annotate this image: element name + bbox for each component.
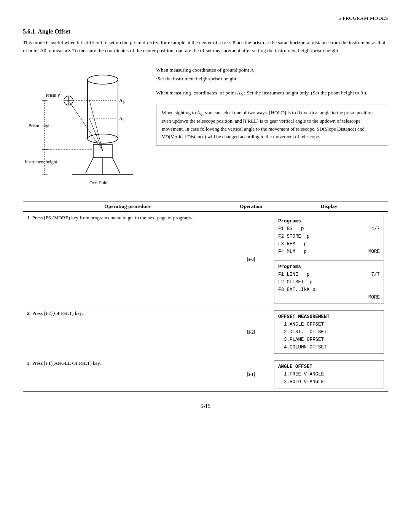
- operation-cell-1: [F6]: [232, 211, 270, 307]
- intro-text: This mode is useful when it is difficult…: [23, 39, 388, 55]
- svg-text:Prism P: Prism P: [46, 93, 60, 98]
- note1: When measuring coordinates of ground poi…: [156, 66, 388, 83]
- display-cell-3: ANGLE OFFSET 1.FREE V-ANGLE 2.HOLD V-ANG…: [270, 357, 388, 391]
- svg-line-31: [68, 101, 103, 151]
- display-cell-1: Programs F1 BS p4/7 F2 STORE p F3 REM p …: [270, 211, 388, 307]
- svg-point-0: [88, 75, 118, 84]
- page-header: 5 PROGRAM MODES: [23, 15, 388, 21]
- svg-text:0: 0: [123, 101, 125, 104]
- section-title-text: Angle Offset: [38, 28, 70, 35]
- svg-text:Prism height: Prism height: [29, 123, 52, 128]
- display-box-3: ANGLE OFFSET 1.FREE V-ANGLE 2.HOLD V-ANG…: [274, 360, 384, 388]
- page-footer: 5-15: [23, 403, 388, 409]
- svg-text:A: A: [119, 116, 123, 121]
- col-header-procedure: Operating procedure: [23, 201, 232, 211]
- diagram-svg: A 0 A 1 Prism P Prism height: [23, 62, 145, 192]
- table-row: 2 Press [F2](OFFSET) key. [F2] OFFSET ME…: [23, 307, 388, 357]
- note2: When measuring coordinates of point A0 :…: [156, 89, 388, 98]
- svg-line-21: [86, 158, 93, 173]
- operation-cell-2: [F2]: [232, 307, 270, 357]
- header-text: 5 PROGRAM MODES: [339, 15, 388, 21]
- note-box: When sighting to A0, you can select one …: [156, 104, 388, 145]
- diagram-section: A 0 A 1 Prism P Prism height: [23, 62, 388, 192]
- section-number: 5.6.1: [23, 28, 35, 35]
- svg-text:A: A: [119, 97, 123, 103]
- svg-rect-20: [93, 144, 112, 158]
- procedure-table: Operating procedure Operation Display 1 …: [23, 201, 388, 392]
- intro-paragraph: This mode is useful when it is difficult…: [23, 40, 386, 53]
- display-cell-2: OFFSET MEASUREMENT 1.ANGLE OFFSET 2.DIST…: [270, 307, 388, 357]
- table-row: 1 Press [F6](MORE) key from programs men…: [23, 211, 388, 307]
- col-header-operation: Operation: [232, 201, 270, 211]
- svg-line-33: [89, 119, 103, 151]
- table-row: 3 Press [F1](ANGLE OFFSET) key. [F1] ANG…: [23, 357, 388, 391]
- svg-line-32: [89, 101, 103, 151]
- procedure-cell-3: 3 Press [F1](ANGLE OFFSET) key.: [23, 357, 232, 391]
- operation-cell-3: [F1]: [232, 357, 270, 391]
- procedure-cell-1: 1 Press [F6](MORE) key from programs men…: [23, 211, 232, 307]
- svg-text:Instrument height: Instrument height: [25, 159, 57, 165]
- display-box-2: OFFSET MEASUREMENT 1.ANGLE OFFSET 2.DIST…: [274, 310, 384, 354]
- svg-text:Occ. Point: Occ. Point: [89, 180, 109, 185]
- page-number: 5-15: [201, 403, 210, 409]
- section-title: 5.6.1 Angle Offset: [23, 28, 388, 35]
- svg-text:1: 1: [123, 119, 125, 123]
- notes-column: When measuring coordinates of ground poi…: [156, 62, 388, 145]
- svg-line-22: [112, 158, 120, 173]
- display-box-1a: Programs F1 BS p4/7 F2 STORE p F3 REM p …: [274, 215, 384, 258]
- display-box-1b: Programs F1 LINE p7/7 F2 OFFSET p F3 EXT…: [274, 260, 384, 304]
- procedure-cell-2: 2 Press [F2](OFFSET) key.: [23, 307, 232, 357]
- col-header-display: Display: [270, 201, 388, 211]
- diagram-container: A 0 A 1 Prism P Prism height: [23, 62, 145, 192]
